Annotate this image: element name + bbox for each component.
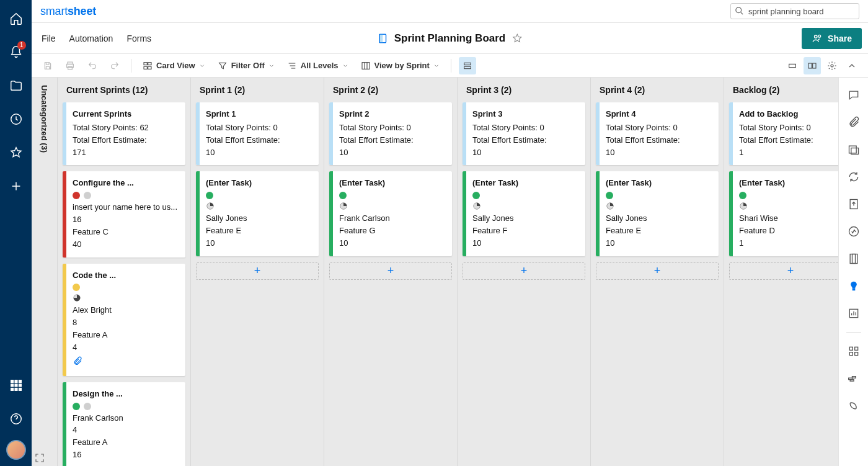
create-icon[interactable]	[4, 174, 29, 199]
add-card-button[interactable]: +	[329, 262, 452, 280]
menu-file[interactable]: File	[42, 34, 56, 43]
card[interactable]: Sprint 3Total Story Points: 0Total Effor…	[463, 102, 585, 165]
brand-logo: smartsheet	[40, 5, 96, 18]
add-card-button[interactable]: +	[596, 262, 719, 280]
card[interactable]: (Enter Task)Shari WiseFeature D1	[729, 171, 838, 256]
collapse-panel-icon[interactable]	[843, 57, 861, 74]
card[interactable]: Sprint 4Total Story Points: 0Total Effor…	[596, 102, 719, 165]
svg-rect-27	[789, 64, 796, 67]
card[interactable]: (Enter Task)Frank CarlsonFeature G10	[329, 171, 452, 256]
card-field: Frank Carlson	[73, 413, 179, 424]
card-field: Total Effort Estimate:	[472, 135, 579, 146]
reports-icon[interactable]	[843, 302, 865, 325]
card-field: Sally Jones	[472, 213, 579, 225]
user-avatar[interactable]	[6, 440, 26, 460]
card[interactable]: Add to BacklogTotal Story Points: 0Total…	[729, 102, 838, 165]
layout-split-toggle[interactable]	[804, 57, 821, 74]
help-icon[interactable]	[4, 406, 29, 431]
card[interactable]: Design the ...Frank Carlson4Feature A16	[63, 382, 185, 466]
attachments-icon[interactable]	[843, 111, 865, 133]
column-header[interactable]: Current Sprints (12)	[58, 78, 190, 102]
view-toolbar: Card View Filter Off All Levels View by …	[32, 54, 868, 78]
board-column: Sprint 1 (2)Sprint 1Total Story Points: …	[191, 78, 324, 466]
attachment-icon	[73, 356, 82, 366]
expand-view-icon[interactable]	[34, 452, 45, 464]
view-by-button[interactable]: View by Sprint	[357, 57, 443, 74]
browse-icon[interactable]	[4, 73, 29, 98]
collapsed-column[interactable]: Uncategorized (3)	[32, 78, 58, 466]
connector-1-icon[interactable]	[843, 340, 865, 362]
card[interactable]: Code the ...Alex Bright8Feature A4	[63, 264, 185, 376]
card-field: Total Effort Estimate:	[606, 135, 712, 146]
update-requests-icon[interactable]	[843, 166, 865, 188]
card-view-button[interactable]: Card View	[139, 57, 209, 74]
card-field: Total Story Points: 0	[206, 122, 312, 134]
activity-log-icon[interactable]	[843, 220, 865, 243]
menu-forms[interactable]: Forms	[126, 34, 151, 43]
conversations-icon[interactable]	[843, 84, 865, 106]
add-card-button[interactable]: +	[463, 262, 585, 280]
connector-2-icon[interactable]	[843, 367, 865, 390]
favorite-toggle-icon[interactable]	[512, 33, 523, 44]
card[interactable]: Current SprintsTotal Story Points: 62Tot…	[63, 102, 185, 165]
svg-point-15	[815, 35, 818, 38]
notifications-icon[interactable]: 1	[4, 40, 29, 65]
add-card-button[interactable]: +	[729, 262, 838, 280]
recents-icon[interactable]	[4, 107, 29, 132]
board-column: Current Sprints (12)Current SprintsTotal…	[58, 78, 191, 466]
share-icon	[812, 33, 823, 44]
card-title: (Enter Task)	[339, 177, 446, 189]
solution-center-icon[interactable]	[4, 373, 29, 398]
compact-cards-toggle[interactable]	[459, 57, 476, 74]
column-header[interactable]: Sprint 4 (2)	[591, 78, 724, 102]
add-card-button[interactable]: +	[196, 262, 319, 280]
card-field: 1	[739, 238, 838, 249]
print-button	[61, 57, 79, 74]
card-field: Total Story Points: 62	[73, 122, 179, 134]
share-button[interactable]: Share	[802, 28, 862, 49]
filter-button[interactable]: Filter Off	[214, 57, 278, 74]
home-icon[interactable]	[4, 6, 29, 31]
card-field: Total Effort Estimate:	[73, 135, 179, 146]
svg-rect-3	[19, 380, 21, 383]
card[interactable]: (Enter Task)Sally JonesFeature E10	[596, 171, 719, 256]
summary-icon[interactable]	[843, 248, 865, 270]
card[interactable]: (Enter Task)Sally JonesFeature F10	[463, 171, 585, 256]
publish-icon[interactable]	[843, 193, 865, 215]
card-title: Sprint 2	[339, 109, 446, 120]
svg-point-16	[818, 35, 821, 37]
card-field: Frank Carlson	[339, 213, 446, 225]
column-header[interactable]: Sprint 3 (2)	[458, 78, 590, 102]
column-header[interactable]: Sprint 1 (2)	[191, 78, 324, 102]
card-field: 16	[73, 449, 179, 461]
card-title: Configure the ...	[73, 177, 179, 189]
svg-rect-2	[15, 380, 17, 383]
sheet-header: File Automation Forms Sprint Planning Bo…	[32, 23, 868, 54]
status-dot	[73, 284, 80, 291]
proofs-icon[interactable]	[843, 138, 865, 161]
card-field: Total Effort Estimate:	[339, 135, 446, 146]
search-icon	[735, 6, 744, 16]
card[interactable]: Sprint 2Total Story Points: 0Total Effor…	[329, 102, 452, 165]
svg-point-30	[831, 65, 833, 67]
card-field: insert your name here to us...	[73, 202, 179, 213]
card[interactable]: (Enter Task)Sally JonesFeature E10	[196, 171, 319, 256]
column-header[interactable]: Backlog (2)	[724, 78, 838, 102]
global-search-input[interactable]	[730, 3, 859, 19]
levels-button[interactable]: All Levels	[283, 57, 352, 74]
settings-icon[interactable]	[823, 57, 841, 74]
card-field: 10	[339, 147, 446, 159]
menu-automation[interactable]: Automation	[69, 34, 113, 43]
connector-3-icon[interactable]	[843, 395, 865, 417]
favorites-icon[interactable]	[4, 140, 29, 165]
card-field: Feature A	[73, 437, 179, 449]
column-header[interactable]: Sprint 2 (2)	[324, 78, 457, 102]
svg-rect-13	[379, 34, 383, 43]
layout-single-toggle[interactable]	[784, 57, 801, 74]
sheet-type-icon	[377, 32, 388, 45]
card[interactable]: Sprint 1Total Story Points: 0Total Effor…	[196, 102, 319, 165]
card[interactable]: Configure the ...insert your name here t…	[63, 171, 185, 257]
card-field: Feature D	[739, 225, 838, 237]
brandfolder-icon[interactable]	[843, 275, 865, 297]
card-field: Shari Wise	[739, 213, 838, 225]
